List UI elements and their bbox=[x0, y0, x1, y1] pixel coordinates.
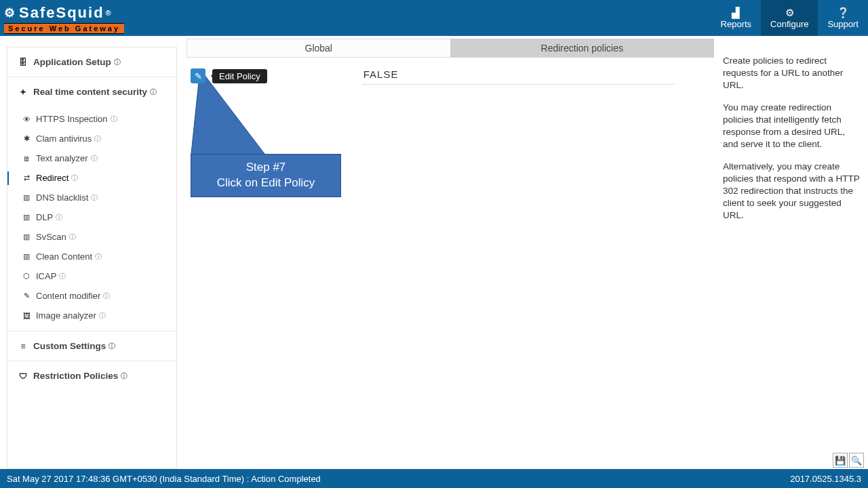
sidebar-items: 👁 HTTPS Inspection ⓘ ✱ Clam antivirus ⓘ … bbox=[7, 106, 176, 331]
briefcase-icon: 🗄 bbox=[17, 58, 29, 67]
nav-reports-label: Reports bbox=[721, 19, 752, 29]
info-icon: ⓘ bbox=[91, 193, 98, 203]
sidebar-restrict[interactable]: 🛡 Restriction Policies ⓘ bbox=[7, 361, 176, 390]
eye-icon: 👁 bbox=[20, 115, 33, 123]
info-icon: ⓘ bbox=[59, 272, 66, 281]
nav-support-label: Support bbox=[827, 19, 859, 29]
sidebar-custom-label: Custom Settings bbox=[33, 341, 106, 351]
shuffle-icon: ⇄ bbox=[20, 174, 33, 182]
sidebar-item-label: SvScan bbox=[36, 232, 66, 242]
brand-name: SafeSquid bbox=[19, 4, 104, 22]
tab-redir-label: Redirection policies bbox=[541, 43, 623, 54]
sidebar-item-label: Clam antivirus bbox=[36, 134, 92, 144]
chart-icon: ▟ bbox=[732, 7, 740, 18]
puzzle-icon: ✱ bbox=[20, 134, 33, 143]
nav-support[interactable]: ❔ Support bbox=[818, 0, 868, 36]
cogs-icon: ⚙ bbox=[785, 7, 794, 18]
info-icon: ⓘ bbox=[150, 87, 157, 97]
info-icon: ⓘ bbox=[71, 174, 78, 183]
info-icon: ⓘ bbox=[108, 342, 115, 351]
sidebar-app-setup[interactable]: 🗄 Application Setup ⓘ bbox=[7, 47, 176, 77]
file-icon: 🗎 bbox=[20, 155, 33, 163]
shield-icon: 🛡 bbox=[17, 371, 29, 381]
sidebar-item-label: Redirect bbox=[36, 173, 68, 183]
barcode-icon: ▥ bbox=[20, 232, 33, 241]
sidebar-item-label: ICAP bbox=[36, 271, 56, 281]
sidebar-item-contentmod[interactable]: ✎ Content modifier ⓘ bbox=[7, 286, 176, 306]
edit-icon: ✎ bbox=[20, 291, 33, 300]
sidebar-item-label: Content modifier bbox=[36, 291, 100, 301]
nav-configure[interactable]: ⚙ Configure bbox=[761, 0, 818, 36]
sidebar-restrict-label: Restriction Policies bbox=[33, 371, 118, 381]
sidebar-item-label: DNS blacklist bbox=[36, 192, 88, 203]
sliders-icon: ≡ bbox=[17, 342, 29, 351]
help-p1: Create policies to redirect requests for… bbox=[723, 55, 860, 92]
sidebar-item-clam[interactable]: ✱ Clam antivirus ⓘ bbox=[7, 129, 176, 148]
brand-logo: ⚙ SafeSquid ® Secure Web Gateway bbox=[0, 0, 130, 36]
help-icon: ❔ bbox=[837, 7, 850, 18]
header-bar: ⚙ SafeSquid ® Secure Web Gateway ▟ Repor… bbox=[0, 0, 868, 36]
sidebar-item-label: Clean Content bbox=[36, 251, 92, 262]
footer-status: Sat May 27 2017 17:48:36 GMT+0530 (India… bbox=[7, 474, 321, 484]
info-icon: ⓘ bbox=[111, 115, 117, 124]
tab-redirection-policies[interactable]: Redirection policies bbox=[450, 39, 715, 58]
image-icon: 🖼 bbox=[20, 312, 33, 320]
help-panel: Create policies to redirect requests for… bbox=[716, 36, 868, 469]
policy-value-text: FALSE bbox=[363, 68, 399, 80]
sidebar-item-label: HTTPS Inspection bbox=[36, 114, 108, 124]
pencil-square-icon: ✎ bbox=[195, 71, 202, 81]
edit-policy-button[interactable]: ✎ bbox=[191, 68, 205, 83]
info-icon: ⓘ bbox=[103, 291, 110, 301]
sidebar-item-https[interactable]: 👁 HTTPS Inspection ⓘ bbox=[7, 109, 176, 129]
info-icon: ⓘ bbox=[121, 371, 127, 381]
sidebar-item-dns[interactable]: ▥ DNS blacklist ⓘ bbox=[7, 188, 176, 207]
footer-tools: 💾 🔍 bbox=[833, 453, 864, 468]
sidebar-item-clean[interactable]: ▥ Clean Content ⓘ bbox=[7, 247, 176, 266]
sidebar-item-redirect[interactable]: ⇄ Redirect ⓘ bbox=[7, 168, 176, 188]
sidebar-custom[interactable]: ≡ Custom Settings ⓘ bbox=[7, 331, 176, 361]
content-area: ✎ Edit Policy FALSE Step #7 Click on Edi… bbox=[186, 58, 716, 85]
policy-value: FALSE bbox=[362, 67, 675, 85]
header-nav: ▟ Reports ⚙ Configure ❔ Support bbox=[711, 0, 868, 36]
info-icon: ⓘ bbox=[95, 252, 102, 262]
barcode-icon: ▥ bbox=[20, 193, 33, 202]
help-p2: You may create redirection policies that… bbox=[723, 102, 860, 151]
footer-version: 2017.0525.1345.3 bbox=[790, 474, 861, 484]
gears-icon: ⚙ bbox=[4, 5, 16, 20]
sidebar-item-image[interactable]: 🖼 Image analyzer ⓘ bbox=[7, 306, 176, 325]
save-button[interactable]: 💾 bbox=[833, 453, 848, 468]
tab-global-label: Global bbox=[305, 43, 332, 54]
nav-configure-label: Configure bbox=[770, 19, 808, 29]
sidebar: 🗄 Application Setup ⓘ ✦ Real time conten… bbox=[7, 47, 177, 469]
help-p3: Alternatively, you may create policies t… bbox=[723, 161, 860, 222]
info-icon: ⓘ bbox=[99, 311, 106, 321]
brand-tagline: Secure Web Gateway bbox=[4, 23, 124, 34]
sidebar-realtime[interactable]: ✦ Real time content security ⓘ bbox=[7, 77, 176, 106]
sidebar-item-label: Image analyzer bbox=[36, 310, 96, 321]
callout-line1: Step #7 bbox=[191, 160, 340, 176]
sidebar-item-dlp[interactable]: ▥ DLP ⓘ bbox=[7, 207, 176, 227]
sidebar-app-setup-label: Application Setup bbox=[33, 57, 111, 67]
save-icon: 💾 bbox=[835, 455, 846, 466]
tab-global[interactable]: Global bbox=[186, 39, 450, 58]
info-icon: ⓘ bbox=[56, 213, 62, 222]
sidebar-realtime-label: Real time content security bbox=[33, 87, 147, 97]
barcode-icon: ▥ bbox=[20, 252, 33, 261]
info-icon: ⓘ bbox=[94, 134, 101, 144]
info-icon: ⓘ bbox=[91, 154, 98, 163]
sidebar-item-svscan[interactable]: ▥ SvScan ⓘ bbox=[7, 227, 176, 247]
sidebar-item-icap[interactable]: ⬡ ICAP ⓘ bbox=[7, 266, 176, 286]
tabs: Global Redirection policies bbox=[186, 39, 714, 58]
wand-icon: ✦ bbox=[17, 87, 29, 97]
brand-reg: ® bbox=[106, 9, 113, 17]
nav-reports[interactable]: ▟ Reports bbox=[711, 0, 762, 36]
info-icon: ⓘ bbox=[69, 232, 76, 242]
hex-icon: ⬡ bbox=[20, 272, 33, 281]
barcode-icon: ▥ bbox=[20, 213, 33, 222]
footer-bar: Sat May 27 2017 17:48:36 GMT+0530 (India… bbox=[0, 469, 868, 488]
info-icon: ⓘ bbox=[114, 58, 121, 67]
callout-line2: Click on Edit Policy bbox=[191, 176, 340, 191]
search-button[interactable]: 🔍 bbox=[849, 453, 864, 468]
sidebar-item-text[interactable]: 🗎 Text analyzer ⓘ bbox=[7, 148, 176, 168]
sidebar-item-label: DLP bbox=[36, 212, 53, 222]
